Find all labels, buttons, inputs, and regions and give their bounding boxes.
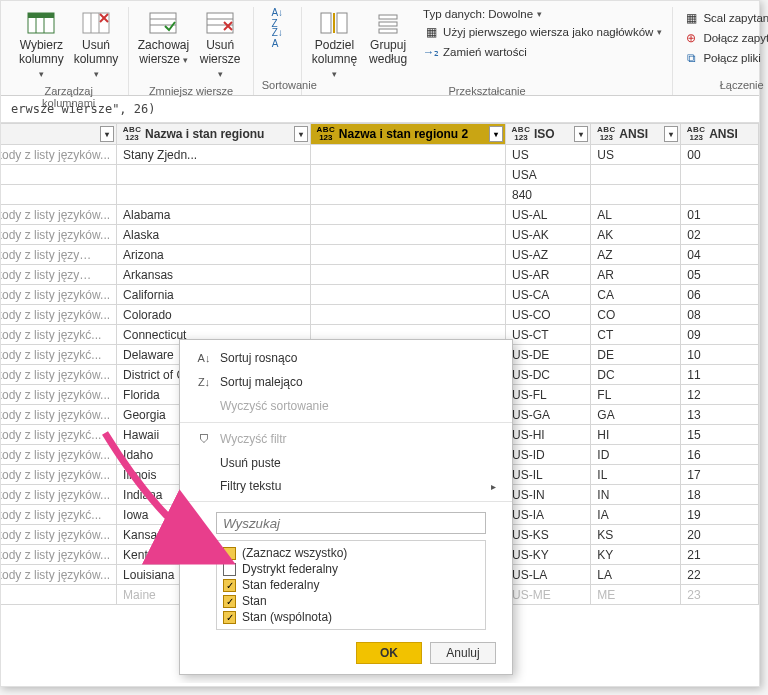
sort-desc-button[interactable]: Z↓A: [267, 29, 287, 47]
table-cell[interactable]: Arizona: [117, 245, 311, 265]
keep-rows-button[interactable]: Zachowaj wiersze: [137, 7, 189, 69]
table-cell[interactable]: US-IA: [506, 505, 591, 525]
table-cell[interactable]: e kody z listy języków...: [1, 465, 117, 485]
table-cell[interactable]: [310, 225, 505, 245]
checkbox-checked-icon[interactable]: ✓: [223, 611, 236, 624]
merge-queries-button[interactable]: ▦ Scal zapytania: [681, 9, 768, 27]
table-cell[interactable]: US-HI: [506, 425, 591, 445]
table-cell[interactable]: e kody z listy języków...: [1, 205, 117, 225]
checkbox-checked-icon[interactable]: ✓: [223, 579, 236, 592]
table-row[interactable]: e kody z listy języków...ColoradoUS-COCO…: [1, 305, 759, 325]
table-cell[interactable]: e kody z listy języków...: [1, 365, 117, 385]
col-header-region2[interactable]: ABC123 Nazwa i stan regionu 2 ▾: [310, 124, 505, 145]
col-header-iso[interactable]: ABC123 ISO ▾: [506, 124, 591, 145]
combine-files-button[interactable]: ⧉ Połącz pliki: [681, 49, 763, 67]
table-cell[interactable]: 840: [506, 185, 591, 205]
table-cell[interactable]: 08: [681, 305, 759, 325]
checkbox-checked-icon[interactable]: ✓: [223, 595, 236, 608]
table-cell[interactable]: USA: [506, 165, 591, 185]
table-cell[interactable]: [310, 245, 505, 265]
table-cell[interactable]: California: [117, 285, 311, 305]
table-cell[interactable]: [591, 165, 681, 185]
table-cell[interactable]: 09: [681, 325, 759, 345]
data-type-button[interactable]: Typ danych: Dowolne: [421, 7, 544, 21]
table-cell[interactable]: US-GA: [506, 405, 591, 425]
table-cell[interactable]: 20: [681, 525, 759, 545]
table-cell[interactable]: e kody z listy języ…: [1, 245, 117, 265]
cancel-button[interactable]: Anuluj: [430, 642, 496, 664]
table-cell[interactable]: [310, 185, 505, 205]
table-cell[interactable]: [681, 185, 759, 205]
table-row[interactable]: e kody z listy języków...CaliforniaUS-CA…: [1, 285, 759, 305]
table-cell[interactable]: 01: [681, 205, 759, 225]
table-cell[interactable]: 19: [681, 505, 759, 525]
table-cell[interactable]: US-LA: [506, 565, 591, 585]
table-cell[interactable]: e kody z listy języ…: [1, 265, 117, 285]
table-cell[interactable]: HI: [591, 425, 681, 445]
table-cell[interactable]: IN: [591, 485, 681, 505]
table-cell[interactable]: e kody z listy języków...: [1, 145, 117, 165]
table-cell[interactable]: e kody z listy językć...: [1, 425, 117, 445]
filter-option-row[interactable]: ✓Stan federalny: [221, 577, 481, 593]
table-cell[interactable]: US-KS: [506, 525, 591, 545]
table-row[interactable]: 840: [1, 185, 759, 205]
use-first-row-button[interactable]: ▦ Użyj pierwszego wiersza jako nagłówków: [421, 23, 664, 41]
table-cell[interactable]: US-AR: [506, 265, 591, 285]
remove-columns-button[interactable]: Usuń kolumny: [72, 7, 121, 82]
filter-search-input[interactable]: [216, 512, 486, 534]
table-cell[interactable]: 12: [681, 385, 759, 405]
text-filters-item[interactable]: Filtry tekstu ▸: [180, 475, 512, 497]
table-cell[interactable]: US-IN: [506, 485, 591, 505]
table-cell[interactable]: e kody z listy języków...: [1, 305, 117, 325]
table-cell[interactable]: US-ME: [506, 585, 591, 605]
table-cell[interactable]: [310, 145, 505, 165]
append-queries-button[interactable]: ⊕ Dołącz zapytania: [681, 29, 768, 47]
table-cell[interactable]: [1, 185, 117, 205]
table-cell[interactable]: IA: [591, 505, 681, 525]
table-cell[interactable]: GA: [591, 405, 681, 425]
table-cell[interactable]: US-CT: [506, 325, 591, 345]
table-cell[interactable]: 06: [681, 285, 759, 305]
table-cell[interactable]: [117, 165, 311, 185]
table-cell[interactable]: [310, 165, 505, 185]
table-cell[interactable]: 23: [681, 585, 759, 605]
table-cell[interactable]: e kody z listy językć...: [1, 345, 117, 365]
table-cell[interactable]: e kody z listy języków...: [1, 565, 117, 585]
ok-button[interactable]: OK: [356, 642, 422, 664]
table-cell[interactable]: US-AK: [506, 225, 591, 245]
table-cell[interactable]: 05: [681, 265, 759, 285]
col-header-ansi[interactable]: ABC123 ANSI ▾: [591, 124, 681, 145]
table-cell[interactable]: AR: [591, 265, 681, 285]
table-cell[interactable]: 17: [681, 465, 759, 485]
table-cell[interactable]: DE: [591, 345, 681, 365]
checkbox-partial-icon[interactable]: [223, 547, 236, 560]
table-cell[interactable]: US-AZ: [506, 245, 591, 265]
table-cell[interactable]: [310, 265, 505, 285]
checkbox-unchecked-icon[interactable]: [223, 563, 236, 576]
table-cell[interactable]: [681, 165, 759, 185]
table-cell[interactable]: [310, 205, 505, 225]
table-cell[interactable]: e kody z listy języków...: [1, 285, 117, 305]
table-cell[interactable]: 00: [681, 145, 759, 165]
table-cell[interactable]: US-AL: [506, 205, 591, 225]
filter-option-row[interactable]: ✓Stan (wspólnota): [221, 609, 481, 625]
table-cell[interactable]: US-DE: [506, 345, 591, 365]
table-cell[interactable]: e kody z listy językć...: [1, 505, 117, 525]
table-cell[interactable]: US-ID: [506, 445, 591, 465]
choose-columns-button[interactable]: Wybierz kolumny: [17, 7, 66, 82]
filter-dropdown-icon[interactable]: ▾: [489, 126, 503, 142]
table-cell[interactable]: e kody z listy języków...: [1, 445, 117, 465]
table-cell[interactable]: 18: [681, 485, 759, 505]
table-cell[interactable]: DC: [591, 365, 681, 385]
table-cell[interactable]: Alaska: [117, 225, 311, 245]
filter-option-row[interactable]: ✓Stan: [221, 593, 481, 609]
table-cell[interactable]: e kody z listy języków...: [1, 225, 117, 245]
sort-asc-item[interactable]: A↓ Sortuj rosnąco: [180, 346, 512, 370]
filter-option-row[interactable]: Dystrykt federalny: [221, 561, 481, 577]
table-cell[interactable]: Stany Zjedn...: [117, 145, 311, 165]
split-column-button[interactable]: Podziel kolumnę: [310, 7, 359, 82]
table-cell[interactable]: AL: [591, 205, 681, 225]
table-cell[interactable]: US-CA: [506, 285, 591, 305]
table-cell[interactable]: KS: [591, 525, 681, 545]
table-cell[interactable]: e kody z listy języków...: [1, 525, 117, 545]
